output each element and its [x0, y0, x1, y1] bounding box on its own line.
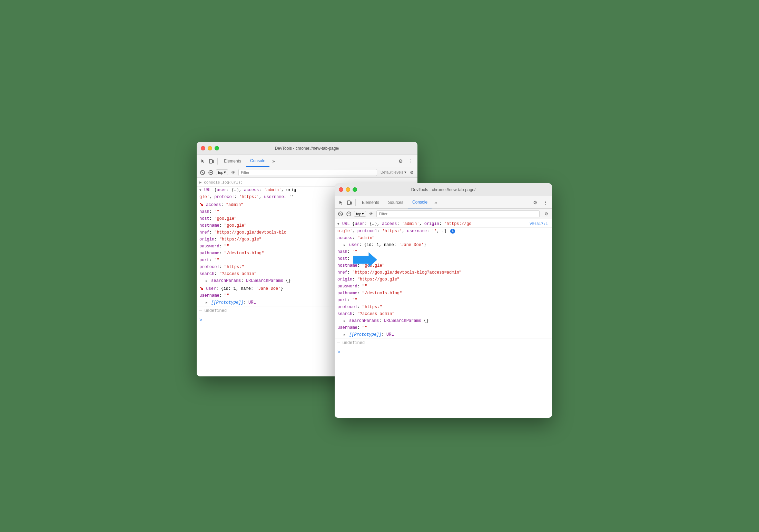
url-cont-front: o.gle', protocol: 'https:', username: ''…	[335, 228, 552, 235]
tab-more-front[interactable]: »	[432, 200, 439, 205]
port-line-front: port: ""	[335, 297, 552, 304]
cursor-icon-back[interactable]	[199, 157, 207, 165]
password-line-front: password: ""	[335, 283, 552, 290]
cursor-icon-front[interactable]	[337, 199, 345, 206]
settings-icon-front[interactable]: ⚙	[531, 199, 539, 206]
svg-line-10	[339, 213, 342, 215]
filter-input-back[interactable]	[238, 169, 377, 176]
devtools-window-front: DevTools - chrome://new-tab-page/ Elemen…	[335, 183, 552, 418]
access-line-front: access: "admin"	[335, 235, 552, 242]
window-title-front: DevTools - chrome://new-tab-page/	[411, 187, 476, 192]
minimize-button-back[interactable]	[208, 146, 212, 150]
dropdown-arrow-back: ▾	[224, 170, 226, 175]
settings-icon-console-front[interactable]: ⚙	[543, 211, 549, 217]
traffic-lights-back	[201, 146, 219, 150]
prototype-line-front: ▶ [[Prototype]]: URL	[335, 331, 552, 338]
tab-console-back[interactable]: Console	[246, 155, 269, 167]
console-toolbar-front: top ▾ 👁 ⚙	[335, 209, 552, 219]
top-label-back: top	[218, 170, 223, 175]
searchparams-line-front: ▶ searchParams: URLSearchParams {}	[335, 317, 552, 324]
clear-icon-front[interactable]	[337, 211, 344, 217]
svg-rect-1	[213, 160, 214, 163]
href-line-front: href: "https://goo.gle/devtools-blog?acc…	[335, 269, 552, 276]
close-button-back[interactable]	[201, 146, 205, 150]
more-icon-front[interactable]: ⋮	[542, 199, 549, 206]
protocol-line-front: protocol: "https:"	[335, 304, 552, 311]
pathname-line-front: pathname: "/devtools-blog"	[335, 290, 552, 297]
console-toolbar-back: top ▾ 👁 Default levels ▾ ⚙	[197, 167, 417, 178]
top-select-back[interactable]: top ▾	[216, 169, 228, 175]
tab-elements-back[interactable]: Elements	[220, 155, 245, 167]
username-line-front: username: ""	[335, 324, 552, 331]
titlebar-back: DevTools - chrome://new-tab-page/	[197, 142, 417, 155]
maximize-button-back[interactable]	[215, 146, 219, 150]
prompt-line-front[interactable]: >	[335, 347, 552, 357]
user-expand-front[interactable]: ▶ user: {id: 1, name: 'Jane Doe'}	[335, 242, 552, 248]
window-title-back: DevTools - chrome://new-tab-page/	[275, 146, 339, 151]
tab-more-back[interactable]: »	[270, 158, 277, 164]
svg-rect-7	[347, 201, 350, 205]
toolbar-divider-back	[217, 158, 218, 165]
search-line-front: search: "?access=admin"	[335, 311, 552, 317]
titlebar-front: DevTools - chrome://new-tab-page/	[335, 183, 552, 196]
block-icon-back[interactable]	[208, 169, 214, 176]
tab-elements-front[interactable]: Elements	[358, 196, 383, 208]
traffic-lights-front	[339, 187, 357, 192]
block-icon-front[interactable]	[346, 211, 352, 217]
maximize-button-front[interactable]	[353, 187, 357, 192]
svg-line-3	[201, 171, 204, 174]
direction-arrow	[353, 251, 377, 270]
info-badge[interactable]: i	[450, 229, 455, 234]
top-select-front[interactable]: top ▾	[354, 211, 366, 217]
clear-icon-back[interactable]	[199, 169, 206, 176]
dropdown-arrow-front: ▾	[362, 211, 364, 216]
window-content-front: Elements Sources Console » ⚙ ⋮ top	[335, 196, 552, 418]
more-icon-back[interactable]: ⋮	[407, 157, 415, 165]
toolbar-divider-front	[355, 199, 356, 206]
svg-rect-0	[209, 159, 212, 163]
url-object-line-front: ▼ VM4817:1 URL {user: {…}, access: 'admi…	[335, 220, 552, 228]
tab-bar-back: Elements Console » ⚙ ⋮	[197, 155, 417, 167]
close-button-front[interactable]	[339, 187, 343, 192]
device-icon-front[interactable]	[346, 199, 353, 206]
source-ref: VM4817:1	[530, 221, 548, 227]
default-levels-back[interactable]: Default levels ▾	[381, 170, 406, 175]
tab-bar-front: Elements Sources Console » ⚙ ⋮	[335, 196, 552, 209]
device-icon-back[interactable]	[208, 157, 215, 165]
settings-icon-back[interactable]: ⚙	[397, 157, 404, 165]
minimize-button-front[interactable]	[346, 187, 350, 192]
eye-icon-back[interactable]: 👁	[230, 169, 236, 176]
settings-icon-console-back[interactable]: ⚙	[408, 169, 415, 176]
svg-rect-8	[351, 202, 352, 204]
console-output-front: ▼ VM4817:1 URL {user: {…}, access: 'admi…	[335, 219, 552, 418]
top-label-front: top	[356, 212, 361, 216]
origin-line-front: origin: "https://goo.gle"	[335, 276, 552, 283]
svg-marker-6	[353, 253, 377, 268]
undefined-line-front: ← undefined	[335, 338, 552, 347]
eye-icon-front[interactable]: 👁	[368, 211, 374, 217]
tab-sources-front[interactable]: Sources	[384, 196, 407, 208]
filter-input-front[interactable]	[376, 210, 540, 217]
tab-console-front[interactable]: Console	[408, 196, 432, 208]
